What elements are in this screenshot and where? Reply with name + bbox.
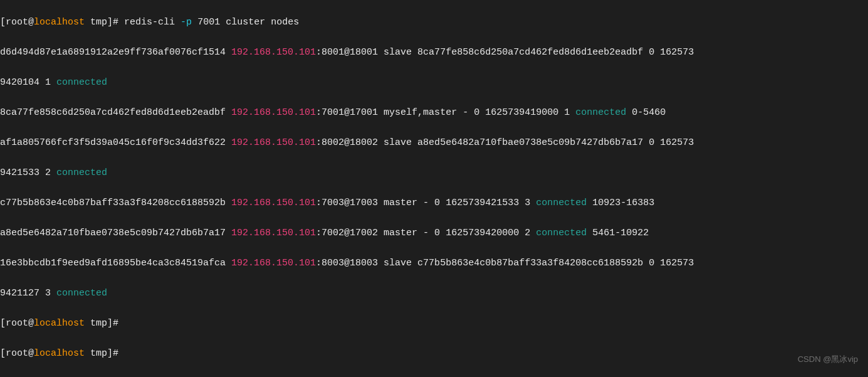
user: root: [6, 17, 28, 28]
node-info: :7002@17002 master - 0 1625739420000 2: [316, 228, 536, 238]
terminal-line: 9420104 1 connected: [0, 75, 868, 90]
terminal-line: c77b5b863e4c0b87baff33a3f84208cc6188592b…: [0, 196, 868, 211]
terminal-line: d6d494d87e1a6891912a2e9ff736af0076cf1514…: [0, 45, 868, 60]
host: localhost: [34, 17, 85, 28]
node-id: af1a805766fcf3f5d39a045c16f0f9c34dd3f622: [0, 137, 231, 148]
ip-address: 192.168.150.101: [231, 228, 316, 238]
cmd-text: 7001 cluster nodes: [192, 17, 299, 28]
terminal-line: [root@localhost tmp]#: [0, 346, 868, 361]
node-id: c77b5b863e4c0b87baff33a3f84208cc6188592b: [0, 198, 231, 208]
bracket-close: ]#: [107, 348, 124, 359]
slots: 10923-16383: [587, 198, 654, 208]
cmd-text: redis-cli: [124, 17, 180, 28]
node-wrap: 9421127 3: [0, 288, 56, 299]
node-info: :8003@18003 slave c77b5b863e4c0b87baff33…: [316, 258, 694, 268]
status-connected: connected: [536, 228, 587, 238]
user: root: [6, 318, 28, 329]
ip-address: 192.168.150.101: [231, 137, 316, 148]
flag: -p: [180, 17, 192, 28]
bracket: [: [0, 348, 6, 359]
node-id: 8ca77fe858c6d250a7cd462fed8d6d1eeb2eadbf: [0, 107, 231, 118]
node-info: :7003@17003 master - 0 1625739421533 3: [316, 198, 536, 208]
status-connected: connected: [56, 288, 107, 299]
terminal-line: [root@localhost tmp]#: [0, 316, 868, 331]
node-wrap: 9420104 1: [0, 77, 56, 88]
node-info: :8002@18002 slave a8ed5e6482a710fbae0738…: [316, 137, 694, 148]
watermark-text: CSDN @黑冰vip: [798, 352, 858, 367]
terminal-line: 16e3bbcdb1f9eed9afd16895be4ca3c84519afca…: [0, 256, 868, 271]
user: root: [6, 348, 28, 359]
terminal-line: 8ca77fe858c6d250a7cd462fed8d6d1eeb2eadbf…: [0, 105, 868, 120]
path: tmp: [85, 348, 107, 359]
bracket-close: ]#: [107, 17, 124, 28]
slots: 5461-10922: [587, 228, 649, 238]
node-id: a8ed5e6482a710fbae0738e5c09b7427db6b7a17: [0, 228, 231, 238]
bracket: [: [0, 17, 6, 28]
slots: 0-5460: [626, 107, 666, 118]
at: @: [28, 17, 34, 28]
terminal-line: 9421533 2 connected: [0, 166, 868, 181]
ip-address: 192.168.150.101: [231, 258, 316, 268]
path: tmp: [85, 17, 107, 28]
host: localhost: [34, 318, 85, 329]
at: @: [28, 348, 34, 359]
bracket: [: [0, 318, 6, 329]
terminal-line: [root@localhost tmp]# redis-cli -p 7001 …: [0, 15, 868, 30]
terminal-line: 9421127 3 connected: [0, 286, 868, 301]
status-connected: connected: [56, 167, 107, 178]
bracket-close: ]#: [107, 318, 124, 329]
node-info: :8001@18001 slave 8ca77fe858c6d250a7cd46…: [316, 47, 694, 58]
terminal-line: af1a805766fcf3f5d39a045c16f0f9c34dd3f622…: [0, 135, 868, 151]
ip-address: 192.168.150.101: [231, 198, 316, 208]
node-info: :7001@17001 myself,master - 0 1625739419…: [316, 107, 575, 118]
node-wrap: 9421533 2: [0, 167, 56, 178]
terminal-window[interactable]: [root@localhost tmp]# redis-cli -p 7001 …: [0, 0, 868, 377]
ip-address: 192.168.150.101: [231, 47, 316, 58]
status-connected: connected: [56, 77, 107, 88]
node-id: d6d494d87e1a6891912a2e9ff736af0076cf1514: [0, 47, 231, 58]
status-connected: connected: [575, 107, 626, 118]
node-id: 16e3bbcdb1f9eed9afd16895be4ca3c84519afca: [0, 258, 231, 268]
path: tmp: [85, 318, 107, 329]
ip-address: 192.168.150.101: [231, 107, 316, 118]
terminal-line: a8ed5e6482a710fbae0738e5c09b7427db6b7a17…: [0, 226, 868, 241]
host: localhost: [34, 348, 85, 359]
at: @: [28, 318, 34, 329]
status-connected: connected: [536, 198, 587, 208]
